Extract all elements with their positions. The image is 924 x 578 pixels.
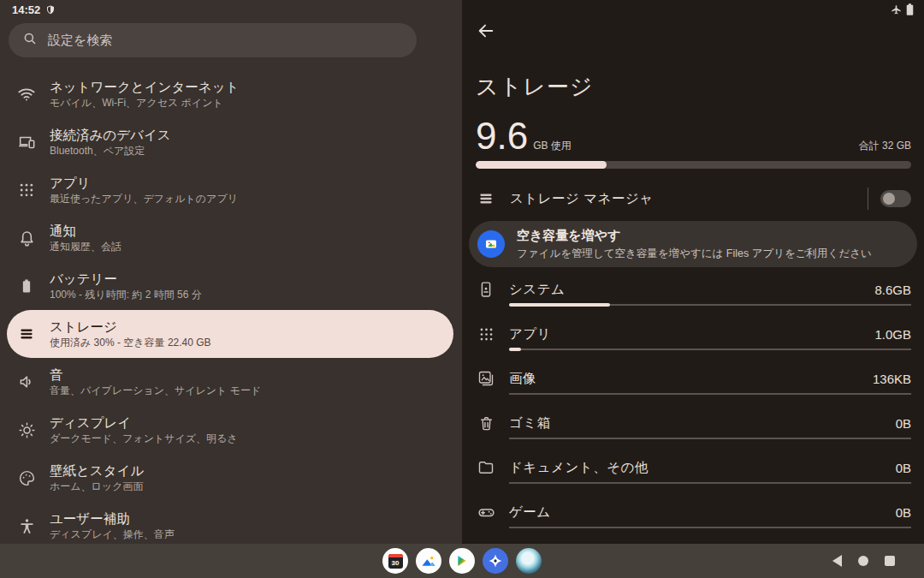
item-subtitle: ディスプレイ、操作、音声 bbox=[50, 529, 175, 540]
calendar-app-icon[interactable]: 30 bbox=[382, 548, 408, 574]
storage-manager-label: ストレージ マネージャ bbox=[510, 190, 654, 208]
accessibility-icon bbox=[17, 516, 36, 535]
category-value: 8.6GB bbox=[874, 283, 911, 297]
free-up-title: 空き容量を増やす bbox=[517, 228, 872, 244]
category-row-games[interactable]: ゲーム 0B bbox=[462, 490, 924, 534]
sidebar-item-wallpaper[interactable]: 壁紙とスタイルホーム、ロック画面 bbox=[7, 454, 453, 502]
gamepad-icon bbox=[476, 502, 496, 522]
used-unit: GB 使用 bbox=[533, 139, 572, 153]
storage-manager-row[interactable]: ストレージ マネージャ bbox=[476, 180, 911, 217]
divider bbox=[868, 188, 868, 210]
back-button[interactable] bbox=[474, 19, 498, 43]
item-subtitle: ダークモード、フォントサイズ、明るさ bbox=[50, 433, 238, 444]
taskbar-dock: 30 bbox=[382, 548, 542, 574]
sidebar-item-storage[interactable]: ストレージ使用済み 30% - 空き容量 22.40 GB bbox=[7, 310, 453, 358]
battery-icon bbox=[17, 277, 36, 295]
category-bar bbox=[509, 438, 911, 439]
sidebar-item-display[interactable]: ディスプレイダークモード、フォントサイズ、明るさ bbox=[7, 406, 453, 454]
item-label: ストレージ bbox=[50, 319, 211, 335]
category-bar bbox=[509, 349, 911, 350]
taskbar: 30 bbox=[0, 544, 924, 578]
devices-icon bbox=[17, 133, 36, 152]
item-label: 通知 bbox=[50, 223, 121, 239]
wifi-icon bbox=[17, 85, 36, 104]
system-icon bbox=[476, 279, 496, 300]
sidebar-item-notifications[interactable]: 通知通知履歴、会話 bbox=[7, 214, 453, 262]
category-row-documents[interactable]: ドキュメント、その他 0B bbox=[462, 445, 924, 490]
item-label: 壁紙とスタイル bbox=[50, 463, 144, 479]
item-subtitle: 音量、バイブレーション、サイレント モード bbox=[50, 385, 261, 396]
category-row-images[interactable]: 画像 136KB bbox=[462, 356, 924, 401]
category-bar bbox=[509, 304, 911, 306]
photos-app-icon[interactable] bbox=[416, 548, 441, 574]
category-label: ゴミ箱 bbox=[509, 414, 551, 432]
category-bar-fill bbox=[509, 303, 610, 307]
sidebar-item-sound[interactable]: 音音量、バイブレーション、サイレント モード bbox=[7, 358, 453, 406]
category-bar bbox=[509, 393, 911, 395]
supervision-shield-icon bbox=[45, 4, 56, 15]
category-label: アプリ bbox=[509, 325, 551, 343]
category-row-system[interactable]: システム 8.6GB bbox=[462, 267, 924, 312]
category-bar bbox=[509, 527, 911, 528]
item-label: バッテリー bbox=[50, 271, 202, 287]
item-subtitle: 最近使ったアプリ、デフォルトのアプリ bbox=[50, 194, 238, 205]
item-label: ディスプレイ bbox=[50, 415, 238, 431]
nav-recents-button[interactable] bbox=[885, 556, 895, 566]
folder-icon bbox=[476, 457, 496, 478]
trash-icon bbox=[476, 413, 496, 433]
storage-category-list: システム 8.6GB アプリ 1.0GB 画像 136KB bbox=[462, 267, 924, 534]
category-value: 0B bbox=[896, 505, 911, 520]
storage-progress-fill bbox=[476, 161, 607, 169]
category-value: 136KB bbox=[873, 372, 911, 386]
storage-manager-icon bbox=[476, 188, 496, 209]
item-subtitle: モバイル、Wi-Fi、アクセス ポイント bbox=[50, 98, 239, 109]
item-subtitle: 通知履歴、会話 bbox=[50, 241, 121, 253]
search-placeholder: 設定を検索 bbox=[48, 33, 112, 49]
total-capacity: 合計 32 GB bbox=[859, 139, 911, 153]
free-up-subtitle: ファイルを管理して空き容量を増やすには Files アプリをご利用ください bbox=[517, 247, 872, 261]
storage-detail-pane: ストレージ 9.6 GB 使用 合計 32 GB ストレージ マネージャ 空き容… bbox=[462, 0, 924, 578]
item-label: アプリ bbox=[50, 176, 238, 191]
settings-menu: ネットワークとインターネットモバイル、Wi-Fi、アクセス ポイント 接続済みの… bbox=[0, 70, 462, 550]
storage-usage-summary: 9.6 GB 使用 合計 32 GB bbox=[476, 115, 911, 158]
category-row-trash[interactable]: ゴミ箱 0B bbox=[462, 401, 924, 445]
browser-app-icon[interactable] bbox=[516, 548, 542, 574]
statusbar-right bbox=[891, 3, 914, 19]
category-label: ゲーム bbox=[509, 504, 551, 521]
clock: 14:52 bbox=[12, 3, 40, 16]
navigation-buttons bbox=[832, 555, 895, 567]
android-settings-screen: 14:52 設定を検索 ネットワークとインターネットモバイル、Wi-Fi、アクセ… bbox=[0, 0, 924, 578]
free-up-space-card[interactable]: 空き容量を増やす ファイルを管理して空き容量を増やすには Files アプリをご… bbox=[469, 221, 917, 267]
nav-back-button[interactable] bbox=[832, 555, 842, 567]
category-row-apps[interactable]: アプリ 1.0GB bbox=[462, 312, 924, 356]
images-icon bbox=[476, 368, 496, 389]
pixel-tips-app-icon[interactable] bbox=[483, 548, 508, 574]
category-value: 0B bbox=[896, 461, 911, 475]
sidebar-item-connected-devices[interactable]: 接続済みのデバイスBluetooth、ペア設定 bbox=[7, 118, 453, 166]
category-label: 画像 bbox=[509, 370, 536, 388]
category-value: 1.0GB bbox=[874, 327, 911, 342]
sidebar-item-accessibility[interactable]: ユーザー補助ディスプレイ、操作、音声 bbox=[7, 502, 453, 550]
sidebar-item-apps[interactable]: アプリ最近使ったアプリ、デフォルトのアプリ bbox=[7, 166, 453, 214]
nav-home-button[interactable] bbox=[858, 556, 868, 566]
sidebar-item-battery[interactable]: バッテリー100% - 残り時間: 約 2 時間 56 分 bbox=[7, 262, 453, 310]
storage-icon bbox=[17, 325, 36, 343]
item-subtitle: 100% - 残り時間: 約 2 時間 56 分 bbox=[50, 289, 202, 301]
used-amount: 9.6 bbox=[476, 115, 528, 158]
storage-manager-toggle[interactable] bbox=[880, 190, 911, 207]
toggle-thumb bbox=[883, 193, 895, 205]
category-value: 0B bbox=[896, 416, 911, 431]
item-label: ネットワークとインターネット bbox=[50, 80, 239, 95]
page-title: ストレージ bbox=[476, 72, 593, 102]
speaker-icon bbox=[17, 372, 36, 391]
play-store-app-icon[interactable] bbox=[449, 548, 475, 574]
search-settings-bar[interactable]: 設定を検索 bbox=[9, 23, 417, 57]
sidebar-item-network[interactable]: ネットワークとインターネットモバイル、Wi-Fi、アクセス ポイント bbox=[7, 70, 453, 118]
settings-sidebar: 14:52 設定を検索 ネットワークとインターネットモバイル、Wi-Fi、アクセ… bbox=[0, 0, 462, 578]
category-label: ドキュメント、その他 bbox=[509, 459, 649, 477]
item-subtitle: ホーム、ロック画面 bbox=[50, 481, 144, 492]
storage-progress-bar bbox=[476, 161, 911, 169]
item-label: ユーザー補助 bbox=[50, 511, 175, 527]
bell-icon bbox=[17, 229, 36, 247]
category-label: システム bbox=[509, 281, 565, 299]
